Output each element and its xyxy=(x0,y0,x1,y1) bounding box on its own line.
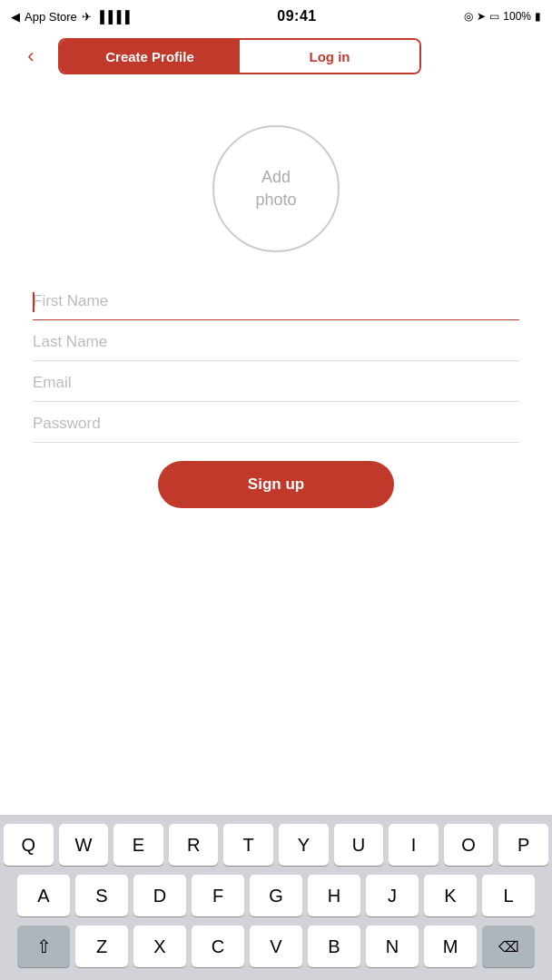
back-arrow-icon: ‹ xyxy=(27,44,34,68)
main-content: Add photo Sign up xyxy=(0,80,552,526)
key-t[interactable]: T xyxy=(223,824,273,866)
location-arrow-icon: ➤ xyxy=(477,10,486,23)
key-k[interactable]: K xyxy=(424,875,477,916)
add-photo-button[interactable]: Add photo xyxy=(212,125,340,252)
key-z[interactable]: Z xyxy=(75,926,128,967)
back-icon-status: ◀ xyxy=(11,10,20,24)
key-w[interactable]: W xyxy=(59,824,109,866)
key-x[interactable]: X xyxy=(133,926,186,967)
key-o[interactable]: O xyxy=(444,824,494,866)
key-f[interactable]: F xyxy=(192,875,244,916)
key-u[interactable]: U xyxy=(334,824,384,866)
key-e[interactable]: E xyxy=(113,824,163,866)
last-name-input[interactable] xyxy=(33,320,519,361)
tab-switch: Create Profile Log in xyxy=(58,38,421,74)
status-right: ◎ ➤ ▭ 100% ▮ xyxy=(464,10,541,23)
add-photo-line1: Add xyxy=(261,166,291,189)
carrier-info: ◀ App Store ✈ ▐▐▐▐ xyxy=(11,10,130,24)
last-name-field-container xyxy=(33,320,519,361)
key-a[interactable]: A xyxy=(17,875,70,916)
keyboard-row-1: Q W E R T Y U I O P xyxy=(4,824,548,866)
key-n[interactable]: N xyxy=(366,926,419,967)
email-field-container xyxy=(33,361,519,402)
battery-icon: ▮ xyxy=(535,10,541,23)
add-photo-line2: photo xyxy=(255,189,296,211)
password-input[interactable] xyxy=(33,402,519,443)
log-in-tab[interactable]: Log in xyxy=(240,40,419,73)
key-m[interactable]: M xyxy=(424,926,477,967)
nav-bar: ‹ Create Profile Log in xyxy=(0,33,552,80)
key-q[interactable]: Q xyxy=(4,824,54,866)
key-g[interactable]: G xyxy=(250,875,302,916)
registration-form xyxy=(33,279,519,443)
key-c[interactable]: C xyxy=(192,926,244,967)
key-b[interactable]: B xyxy=(308,926,360,967)
signup-container: Sign up xyxy=(33,461,519,508)
first-name-field-container xyxy=(33,279,519,320)
carrier-name: App Store xyxy=(25,10,77,24)
battery-percent: 100% xyxy=(503,10,531,23)
shift-key[interactable]: ⇧ xyxy=(17,926,70,967)
password-field-container xyxy=(33,402,519,443)
key-y[interactable]: Y xyxy=(279,824,329,866)
keyboard-row-3: ⇧ Z X C V B N M ⌫ xyxy=(4,926,548,967)
delete-key[interactable]: ⌫ xyxy=(482,926,535,967)
key-j[interactable]: J xyxy=(366,875,419,916)
key-l[interactable]: L xyxy=(482,875,535,916)
create-profile-tab[interactable]: Create Profile xyxy=(60,40,240,73)
back-button[interactable]: ‹ xyxy=(15,40,47,73)
key-v[interactable]: V xyxy=(250,926,302,967)
keyboard-row-2: A S D F G H J K L xyxy=(4,875,548,916)
key-s[interactable]: S xyxy=(75,875,128,916)
signal-bars: ▐▐▐▐ xyxy=(96,10,130,24)
first-name-input[interactable] xyxy=(33,279,519,320)
key-d[interactable]: D xyxy=(133,875,186,916)
text-cursor xyxy=(33,292,34,312)
status-bar: ◀ App Store ✈ ▐▐▐▐ 09:41 ◎ ➤ ▭ 100% ▮ xyxy=(0,0,552,33)
location-icon: ◎ xyxy=(464,10,473,23)
key-p[interactable]: P xyxy=(498,824,548,866)
status-time: 09:41 xyxy=(277,8,316,24)
key-r[interactable]: R xyxy=(169,824,219,866)
virtual-keyboard: Q W E R T Y U I O P A S D F G H J K L ⇧ … xyxy=(0,815,552,980)
email-input[interactable] xyxy=(33,361,519,402)
key-i[interactable]: I xyxy=(389,824,439,866)
airplane-icon: ✈ xyxy=(82,10,92,24)
key-h[interactable]: H xyxy=(308,875,360,916)
screen-record-icon: ▭ xyxy=(489,10,499,23)
sign-up-button[interactable]: Sign up xyxy=(158,461,394,508)
